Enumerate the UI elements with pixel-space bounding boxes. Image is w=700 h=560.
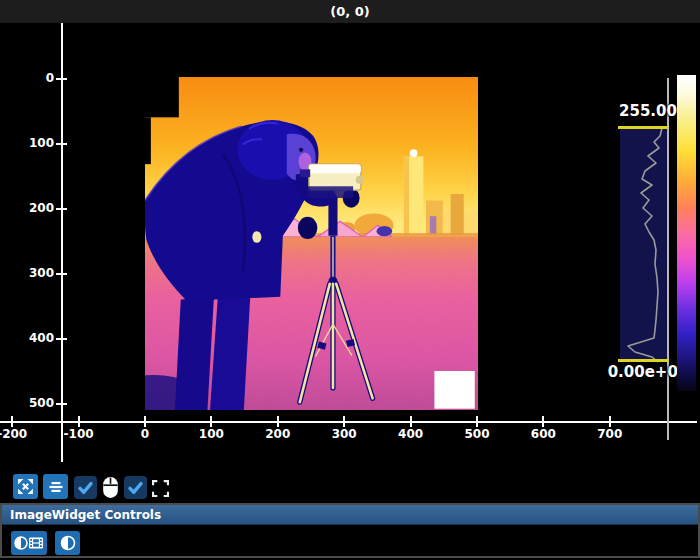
x-tick bbox=[210, 416, 212, 427]
y-tick bbox=[56, 273, 67, 275]
x-tick-label: 300 bbox=[314, 427, 374, 441]
x-tick bbox=[277, 416, 279, 427]
y-axis-line bbox=[61, 23, 63, 462]
reset-vminvmax-button[interactable] bbox=[55, 531, 80, 555]
y-tick bbox=[56, 208, 67, 210]
y-tick-label: 200 bbox=[4, 201, 54, 215]
vmin-handle-line[interactable] bbox=[618, 359, 669, 362]
x-tick-label: 0 bbox=[115, 427, 175, 441]
x-tick bbox=[476, 416, 478, 427]
x-tick-label: -200 bbox=[0, 427, 42, 441]
camera-image[interactable] bbox=[145, 77, 478, 410]
panzoom-checkbox[interactable] bbox=[74, 476, 97, 499]
x-tick bbox=[609, 416, 611, 427]
colorbar bbox=[677, 75, 696, 391]
contrast-film-icon bbox=[14, 535, 44, 551]
x-tick bbox=[144, 416, 146, 427]
subplot-title-bar: (0, 0) bbox=[0, 0, 700, 23]
vmax-handle-line[interactable] bbox=[618, 126, 669, 129]
x-tick bbox=[542, 416, 544, 427]
x-tick bbox=[410, 416, 412, 427]
y-tick bbox=[56, 338, 67, 340]
x-tick bbox=[78, 416, 80, 427]
expand-arrows-icon bbox=[17, 478, 34, 495]
y-tick bbox=[56, 143, 67, 145]
x-tick-label: 700 bbox=[580, 427, 640, 441]
x-tick-label: 600 bbox=[513, 427, 573, 441]
image-widget-window: (0, 0) -200-1000100200300400500600700010… bbox=[0, 0, 700, 560]
x-tick-label: 400 bbox=[381, 427, 441, 441]
contrast-icon bbox=[60, 535, 76, 551]
y-tick-label: 300 bbox=[4, 266, 54, 280]
x-tick-label: 200 bbox=[248, 427, 308, 441]
y-tick-label: 400 bbox=[4, 331, 54, 345]
y-tick bbox=[56, 403, 67, 405]
center-button[interactable] bbox=[43, 474, 68, 499]
y-tick-label: 0 bbox=[4, 71, 54, 85]
imagewidget-controls-header[interactable]: ImageWidget Controls bbox=[2, 505, 698, 525]
imagewidget-controls-body bbox=[2, 525, 698, 557]
imagewidget-controls-panel: ImageWidget Controls bbox=[0, 503, 700, 558]
subplot-title: (0, 0) bbox=[330, 4, 369, 19]
autoscale-button[interactable] bbox=[13, 474, 38, 499]
y-tick-label: 500 bbox=[4, 396, 54, 410]
fullscreen-button[interactable] bbox=[151, 479, 169, 497]
x-tick bbox=[343, 416, 345, 427]
camera-image-graphic bbox=[145, 77, 478, 410]
checkbox-checked-icon bbox=[127, 479, 144, 496]
mouse-icon bbox=[102, 476, 119, 499]
x-tick-label: -100 bbox=[49, 427, 109, 441]
fullscreen-icon bbox=[152, 480, 169, 497]
x-tick bbox=[11, 416, 13, 427]
histogram-curve bbox=[618, 124, 670, 364]
y-tick bbox=[56, 78, 67, 80]
mouse-indicator bbox=[100, 475, 120, 500]
reset-vminvmax-movie-button[interactable] bbox=[11, 531, 47, 555]
imagewidget-controls-title: ImageWidget Controls bbox=[10, 508, 161, 522]
y-tick-label: 100 bbox=[4, 136, 54, 150]
align-center-icon bbox=[48, 479, 64, 495]
maintain-aspect-checkbox[interactable] bbox=[124, 476, 147, 499]
x-axis-line bbox=[0, 421, 697, 423]
x-tick-label: 100 bbox=[181, 427, 241, 441]
checkbox-checked-icon bbox=[77, 479, 94, 496]
x-tick-label: 500 bbox=[447, 427, 507, 441]
